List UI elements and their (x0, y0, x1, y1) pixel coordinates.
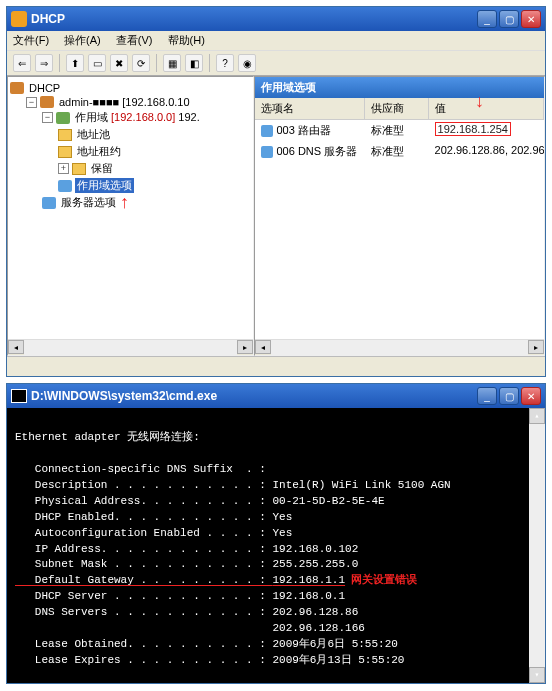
server-opts-label: 服务器选项 (59, 195, 118, 210)
gateway-error-note: 网关设置错误 (351, 574, 417, 586)
cmd-vscroll[interactable]: ▴ ▾ (529, 408, 545, 683)
server-icon (40, 96, 54, 108)
maximize-button[interactable]: ▢ (499, 10, 519, 28)
pool-label: 地址池 (75, 127, 112, 142)
scroll-track[interactable] (24, 340, 237, 355)
collapse-icon[interactable]: − (26, 97, 37, 108)
tree-pane[interactable]: DHCP − admin-■■■■ [192.168.0.10 − 作用域 [1… (7, 76, 254, 356)
window-buttons: _ ▢ ✕ (477, 387, 541, 405)
cmd-icon (11, 389, 27, 403)
list-row[interactable]: 003 路由器 标准型 192.168.1.254 (255, 120, 544, 141)
showhide-button[interactable]: ◧ (185, 54, 203, 72)
cmd-output[interactable]: Ethernet adapter 无线网络连接: Connection-spec… (7, 408, 545, 683)
refresh-button[interactable]: ⟳ (132, 54, 150, 72)
cmd-line: Lease Expires . . . . . . . . . . : 2009… (15, 654, 404, 666)
cmd-line: Connection-specific DNS Suffix . : (15, 463, 266, 475)
list-pane[interactable]: 作用域选项 选项名 供应商 值 003 路由器 标准型 192.168.1.25… (254, 76, 545, 356)
col-vendor[interactable]: 供应商 (365, 98, 428, 119)
minimize-button[interactable]: _ (477, 10, 497, 28)
dhcp-title: DHCP (31, 12, 477, 26)
cmd-line: Lease Obtained. . . . . . . . . . : 2009… (15, 638, 398, 650)
tree-addresspool[interactable]: 地址池 (10, 126, 251, 143)
forward-button[interactable]: ⇒ (35, 54, 53, 72)
up-button[interactable]: ⬆ (66, 54, 84, 72)
list-row[interactable]: 006 DNS 服务器 标准型 202.96.128.86, 202.96.12… (255, 141, 544, 162)
toolbar-separator (209, 54, 210, 72)
scroll-left-button[interactable]: ◂ (8, 340, 24, 354)
menu-view[interactable]: 查看(V) (116, 34, 153, 46)
tree-leases[interactable]: 地址租约 (10, 143, 251, 160)
tree-scope[interactable]: − 作用域 [192.168.0.0] 192. (10, 109, 251, 126)
scroll-track[interactable] (271, 340, 528, 355)
cell-vendor: 标准型 (365, 120, 428, 141)
tree-hscroll[interactable]: ◂ ▸ (8, 339, 253, 355)
props-button[interactable]: ▭ (88, 54, 106, 72)
annotation-arrow-icon: ↓ (475, 91, 484, 112)
close-button[interactable]: ✕ (521, 10, 541, 28)
gw-value: 192.168.1.1 (272, 574, 345, 586)
dhcp-root-icon (10, 82, 24, 94)
content-panes: DHCP − admin-■■■■ [192.168.0.10 − 作用域 [1… (7, 76, 545, 356)
minimize-button[interactable]: _ (477, 387, 497, 405)
scroll-right-button[interactable]: ▸ (237, 340, 253, 354)
list-columns: 选项名 供应商 值 (255, 98, 544, 120)
cell-name: 006 DNS 服务器 (255, 141, 365, 162)
reserv-label: 保留 (89, 161, 115, 176)
tree-server[interactable]: − admin-■■■■ [192.168.0.10 (10, 95, 251, 109)
menu-action[interactable]: 操作(A) (64, 34, 101, 46)
tree-reservations[interactable]: + 保留 (10, 160, 251, 177)
tree-root-label: DHCP (27, 82, 62, 94)
scroll-track[interactable] (529, 424, 545, 667)
toolbar-separator (59, 54, 60, 72)
cmd-titlebar[interactable]: D:\WINDOWS\system32\cmd.exe _ ▢ ✕ (7, 384, 545, 408)
cmd-line: Description . . . . . . . . . . . : Inte… (15, 479, 451, 491)
tree-server-options[interactable]: 服务器选项 (10, 194, 251, 211)
statusbar (7, 356, 545, 376)
cmd-line: DNS Servers . . . . . . . . . . . : 202.… (15, 606, 358, 618)
help-button[interactable]: ? (216, 54, 234, 72)
row-name: 003 路由器 (276, 123, 330, 138)
scroll-down-button[interactable]: ▾ (529, 667, 545, 683)
cmd-line: DHCP Enabled. . . . . . . . . . . : Yes (15, 511, 292, 523)
tree-server-label: admin-■■■■ [192.168.0.10 (57, 96, 192, 108)
scroll-up-button[interactable]: ▴ (529, 408, 545, 424)
cmd-line: Subnet Mask . . . . . . . . . . . : 255.… (15, 558, 358, 570)
delete-button[interactable]: ✖ (110, 54, 128, 72)
cmd-line: 202.96.128.166 (15, 622, 365, 634)
collapse-icon[interactable]: − (42, 112, 53, 123)
menu-help[interactable]: 帮助(H) (168, 34, 205, 46)
gw-label: Default Gateway . . . . . . . . . : (15, 574, 272, 586)
cell-value: 202.96.128.86, 202.96.128. (429, 141, 544, 162)
dhcp-titlebar[interactable]: DHCP _ ▢ ✕ (7, 7, 545, 31)
tree-scope-options[interactable]: 作用域选项 (10, 177, 251, 194)
toolbar: ⇐ ⇒ ⬆ ▭ ✖ ⟳ ▦ ◧ ? ◉ (7, 51, 545, 76)
scope-tail: 192. (178, 111, 199, 123)
tree-scope-label: 作用域 [192.168.0.0] 192. (73, 110, 202, 125)
leases-label: 地址租约 (75, 144, 123, 159)
menubar: 文件(F) 操作(A) 查看(V) 帮助(H) (7, 31, 545, 51)
scroll-right-button[interactable]: ▸ (528, 340, 544, 354)
menu-file[interactable]: 文件(F) (13, 34, 49, 46)
list-hscroll[interactable]: ◂ ▸ (255, 339, 544, 355)
col-name[interactable]: 选项名 (255, 98, 365, 119)
option-icon (261, 146, 273, 158)
cmd-title: D:\WINDOWS\system32\cmd.exe (31, 389, 477, 403)
close-button[interactable]: ✕ (521, 387, 541, 405)
cmd-window: D:\WINDOWS\system32\cmd.exe _ ▢ ✕ Ethern… (6, 383, 546, 684)
stop-button[interactable]: ◉ (238, 54, 256, 72)
cmd-line: Autoconfiguration Enabled . . . . : Yes (15, 527, 292, 539)
options-icon (42, 197, 56, 209)
maximize-button[interactable]: ▢ (499, 387, 519, 405)
tree-root[interactable]: DHCP (10, 81, 251, 95)
scope-opts-label: 作用域选项 (75, 178, 134, 193)
expand-icon[interactable]: + (58, 163, 69, 174)
scope-icon (56, 112, 70, 124)
col-value[interactable]: 值 (429, 98, 544, 119)
options-icon (58, 180, 72, 192)
scroll-left-button[interactable]: ◂ (255, 340, 271, 354)
row-name: 006 DNS 服务器 (276, 144, 357, 159)
scope-ip: [192.168.0.0] (111, 111, 175, 123)
export-button[interactable]: ▦ (163, 54, 181, 72)
folder-icon (58, 129, 72, 141)
back-button[interactable]: ⇐ (13, 54, 31, 72)
